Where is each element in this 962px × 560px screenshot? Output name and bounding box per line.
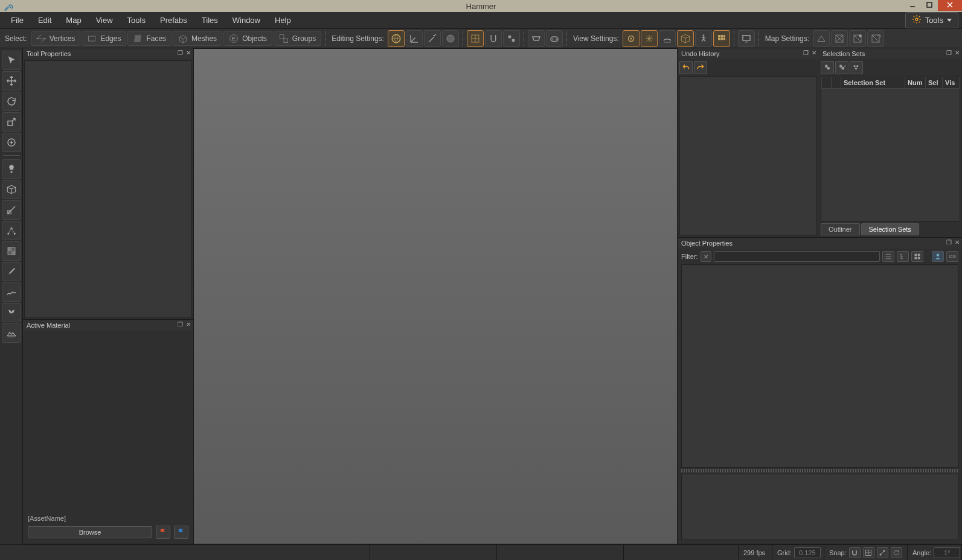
panel-close-icon[interactable]: ✕	[185, 48, 192, 57]
grid-input[interactable]	[794, 547, 821, 558]
menu-edit[interactable]: Edit	[31, 13, 59, 27]
tool-block[interactable]	[2, 180, 21, 199]
panel-close-icon[interactable]: ✕	[185, 320, 192, 328]
splitter-handle[interactable]	[681, 469, 958, 472]
window-maximize-button[interactable]	[921, 0, 938, 11]
undo-history-list[interactable]	[679, 76, 817, 235]
angle-input[interactable]	[934, 547, 960, 558]
filter-user-button[interactable]	[932, 251, 944, 262]
snap-vertex-button[interactable]	[877, 547, 888, 558]
map-settings-label: Map Settings:	[763, 34, 812, 43]
tab-selection-sets[interactable]: Selection Sets	[861, 223, 919, 235]
col-num[interactable]: Num	[905, 77, 926, 89]
window-minimize-button[interactable]	[904, 0, 921, 11]
snap-rotate-button[interactable]	[891, 547, 902, 558]
panel-close-icon[interactable]: ✕	[954, 238, 961, 246]
select-meshes-button[interactable]: Meshes	[173, 31, 222, 46]
editing-compile-button[interactable]	[528, 30, 545, 47]
undo-button[interactable]	[679, 61, 693, 74]
material-flag-red-button[interactable]	[156, 526, 170, 539]
menu-help[interactable]: Help	[268, 13, 298, 27]
map-btn-2[interactable]	[831, 30, 848, 47]
view-grid-button[interactable]	[713, 30, 730, 47]
map-btn-3[interactable]	[849, 30, 866, 47]
editing-game-button[interactable]	[546, 30, 563, 47]
object-properties-body[interactable]	[681, 264, 958, 468]
grid-label: Grid:	[777, 549, 792, 556]
tool-rotate[interactable]	[2, 92, 21, 111]
panel-pop-out-icon[interactable]: ❐	[945, 238, 952, 246]
window-close-button[interactable]	[938, 0, 962, 11]
tools-dropdown-button[interactable]: Tools	[905, 12, 958, 28]
snap-grid-button[interactable]	[863, 547, 874, 558]
map-btn-1[interactable]	[813, 30, 830, 47]
select-objects-button[interactable]: EObjects	[223, 31, 272, 46]
view-wire-button[interactable]	[677, 30, 694, 47]
viewport-3d[interactable]	[193, 48, 678, 544]
filter-grid-button[interactable]	[911, 251, 923, 262]
editing-axis-button[interactable]	[406, 30, 423, 47]
filter-input[interactable]	[714, 251, 880, 262]
select-groups-button[interactable]: Groups	[274, 31, 321, 46]
col-blank-1[interactable]	[822, 77, 832, 89]
editing-grid-button[interactable]	[467, 30, 484, 47]
view-fog-button[interactable]	[659, 30, 676, 47]
svg-rect-26	[723, 35, 725, 37]
tool-entity[interactable]	[2, 159, 21, 179]
panel-pop-out-icon[interactable]: ❐	[176, 48, 184, 57]
panel-pop-out-icon[interactable]: ❐	[945, 48, 952, 57]
tool-pivot[interactable]	[2, 133, 21, 152]
map-btn-4[interactable]	[867, 30, 884, 47]
selection-sets-table[interactable]: Selection Set Num Sel Vis	[821, 76, 960, 221]
snap-magnet-button[interactable]	[849, 547, 861, 558]
select-vertices-button[interactable]: Vertices	[31, 31, 81, 46]
menu-file[interactable]: File	[4, 13, 31, 27]
browse-button[interactable]: Browse	[28, 526, 152, 538]
editing-sphere-button[interactable]	[442, 30, 459, 47]
tool-clipping[interactable]	[2, 200, 21, 220]
filter-tree-button[interactable]	[897, 251, 909, 262]
panel-close-icon[interactable]: ✕	[954, 48, 961, 57]
col-sel[interactable]: Sel	[926, 77, 943, 89]
menu-tiles[interactable]: Tiles	[194, 13, 225, 27]
tool-scale[interactable]	[2, 112, 21, 132]
editing-snap-button[interactable]	[485, 30, 502, 47]
select-edges-button[interactable]: Edges	[82, 31, 126, 46]
view-run-button[interactable]	[695, 30, 712, 47]
redo-button[interactable]	[694, 61, 707, 74]
editing-misc-button[interactable]	[503, 30, 520, 47]
view-monitor-button[interactable]	[738, 30, 755, 47]
tool-move[interactable]	[2, 71, 21, 91]
tool-texture[interactable]	[2, 241, 21, 261]
panel-pop-out-icon[interactable]: ❐	[176, 320, 184, 328]
selection-set-add-button[interactable]	[821, 61, 834, 74]
menu-tools[interactable]: Tools	[120, 13, 153, 27]
menu-window[interactable]: Window	[225, 13, 268, 27]
col-selection-set[interactable]: Selection Set	[841, 77, 905, 89]
select-faces-button[interactable]: Faces	[127, 31, 172, 46]
tab-outliner[interactable]: Outliner	[821, 223, 860, 235]
tool-displacement[interactable]	[2, 282, 21, 302]
col-blank-2[interactable]	[832, 77, 841, 89]
editing-wand-button[interactable]	[424, 30, 441, 47]
editing-globe-button[interactable]	[388, 30, 405, 47]
tool-paint[interactable]	[2, 262, 21, 281]
tool-path[interactable]	[2, 221, 21, 240]
filter-clear-button[interactable]: ✕	[701, 251, 711, 262]
tool-select[interactable]	[2, 51, 21, 70]
tool-foliage[interactable]	[2, 303, 21, 322]
panel-pop-out-icon[interactable]: ❐	[802, 48, 809, 57]
tool-terrain[interactable]	[2, 323, 21, 343]
view-lit-button[interactable]	[623, 30, 640, 47]
menu-prefabs[interactable]: Prefabs	[153, 13, 194, 27]
selection-set-remove-button[interactable]	[835, 61, 848, 74]
menu-view[interactable]: View	[89, 13, 120, 27]
view-gizmo-button[interactable]	[641, 30, 658, 47]
filter-raw-button[interactable]: 1010	[946, 251, 958, 262]
panel-close-icon[interactable]: ✕	[810, 48, 818, 57]
menu-map[interactable]: Map	[59, 13, 88, 27]
selection-set-more-button[interactable]	[850, 61, 863, 74]
filter-list-button[interactable]	[882, 251, 894, 262]
material-flag-blue-button[interactable]	[174, 526, 188, 539]
col-vis[interactable]: Vis	[943, 77, 960, 89]
